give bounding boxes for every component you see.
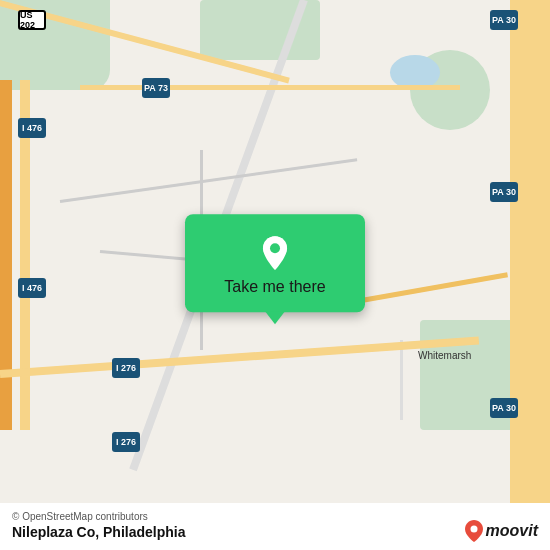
road-pa73 xyxy=(80,85,460,90)
take-me-there-label: Take me there xyxy=(224,278,325,296)
svg-point-1 xyxy=(270,243,280,253)
shield-i476-bot: I 476 xyxy=(18,278,46,298)
shield-i276-1: I 276 xyxy=(112,358,140,378)
moovit-text: moovit xyxy=(486,522,538,540)
shield-i276-2: I 276 xyxy=(112,432,140,452)
shield-pa73: PA 73 xyxy=(142,78,170,98)
shield-i476-top: I 476 xyxy=(18,118,46,138)
shield-pa30-top: PA 30 xyxy=(490,10,518,30)
take-me-there-popup[interactable]: Take me there xyxy=(185,214,365,312)
map-container: US 202 PA 73 PA 30 I 476 PA 30 I 476 I 2… xyxy=(0,0,550,550)
whitemarsh-label: Whitemarsh xyxy=(418,350,471,361)
shield-us202: US 202 xyxy=(18,10,46,30)
svg-point-2 xyxy=(470,526,477,533)
road-local5 xyxy=(400,340,403,420)
road-pa30 xyxy=(510,0,550,550)
green-area-1 xyxy=(0,0,110,90)
bottom-info-bar: © OpenStreetMap contributors Nileplaza C… xyxy=(0,503,550,550)
shield-pa30-mid: PA 30 xyxy=(490,182,518,202)
moovit-pin-icon xyxy=(465,520,483,542)
location-name: Nileplaza Co, Philadelphia xyxy=(12,524,538,540)
attribution-text: © OpenStreetMap contributors xyxy=(12,511,538,522)
location-pin-icon xyxy=(257,234,293,270)
shield-pa30-bot: PA 30 xyxy=(490,398,518,418)
moovit-logo: moovit xyxy=(465,520,538,542)
